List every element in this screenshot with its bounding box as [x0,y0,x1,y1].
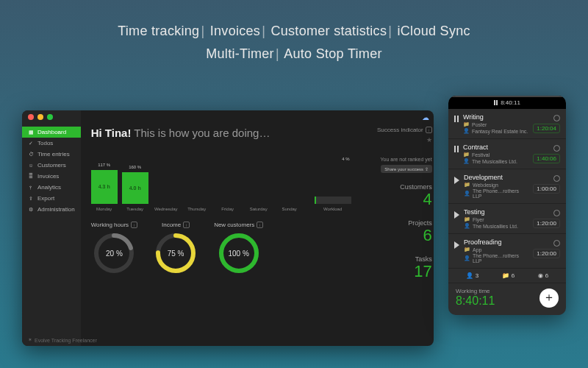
record-icon: ◉ [538,272,543,279]
play-button[interactable] [454,211,459,219]
select-circle-icon[interactable] [553,240,560,247]
timer-folder: Webdesign [473,183,498,188]
stat-value-projects: 6 [359,226,432,245]
timer-client: The Phone…rothers LLP [473,188,528,199]
timer-folder: Flyer [473,217,484,222]
timer-duration: 1:20:00 [533,219,560,228]
analytics-icon: ⫯ [28,185,34,191]
multi-timer-panel: 8:40:11 Writing 📁Poster 👤Fantasy Real Es… [448,96,566,315]
success-indicator-title: Success indicator i [359,127,432,133]
minimize-icon[interactable] [37,114,43,120]
folder-icon: 📁 [464,216,470,222]
timer-row[interactable]: Writing 📁Poster 👤Fantasy Real Estate Inc… [448,109,566,139]
info-icon[interactable]: i [426,127,432,133]
headline-row-1: Time tracking| Invoices| Customer statis… [0,24,588,39]
headline-row-2: Multi-Timer| Auto Stop Timer [0,46,588,62]
timer-folder: Festival [472,152,490,158]
app-brand: ✶ Evolve Tracking Freelancer [28,337,97,343]
sidebar-item-export[interactable]: ⇪Export [22,193,81,204]
cloud-sync-icon[interactable]: ☁ [422,113,429,121]
timer-client: Fantasy Real Estate Inc. [472,129,528,134]
timer-task-name: Testing [464,208,528,216]
sidebar-item-label: Customers [37,162,66,169]
sidebar-item-label: Invoices [37,173,59,180]
sidebar-item-analytics[interactable]: ⫯Analytics [22,182,81,193]
info-icon[interactable]: i [183,222,190,228]
zoom-icon[interactable] [47,114,53,120]
export-icon: ⇪ [28,196,34,202]
star-icon: ✶ [28,337,32,343]
ring-income: Incomei 75 % [155,222,196,274]
timer-folder: Poster [472,122,487,127]
timer-row[interactable]: Testing 📁Flyer 👤The Musicallies Ltd. 1:2… [448,204,566,234]
share-success-button[interactable]: Share your success ⇪ [381,165,431,173]
close-icon[interactable] [28,114,34,120]
timer-summary: 👤3 📁6 ◉6 [448,269,566,283]
timer-task-name: Development [464,174,528,181]
info-icon[interactable]: i [131,222,137,228]
person-icon: 👤 [463,128,470,134]
ring-new-customers: New customersi 100 % [214,222,263,274]
todos-icon: ✓ [28,141,34,146]
rank-star-icon: ★ [359,136,432,144]
sidebar-item-administration[interactable]: ⚙Administration [22,204,81,215]
timer-duration: 1:20:04 [533,124,560,133]
folder-icon: 📁 [502,272,509,279]
pause-button[interactable] [454,146,459,152]
sidebar-item-label: Analytics [37,184,61,191]
select-circle-icon[interactable] [553,145,560,152]
timer-header: 8:40:11 [448,96,566,109]
timer-task-name: Proofreading [464,238,528,246]
pause-icon [494,100,498,105]
play-button[interactable] [454,241,459,249]
timer-client: The Phone…rothers LLP [473,253,528,263]
rank-status: You are not ranked yet [359,157,432,162]
select-circle-icon[interactable] [553,115,560,121]
sidebar-item-label: Administration [37,206,75,213]
timer-duration: 1:20:00 [533,249,560,258]
working-time-label: Working time [456,288,495,294]
dashboard-window: ☁ ▦Dashboard✓Todos⏱Time entries☺Customer… [22,110,434,346]
sidebar-item-time-entries[interactable]: ⏱Time entries [22,149,81,160]
select-circle-icon[interactable] [553,175,560,182]
bar-monday: 117 %4.3 hMonday [91,163,118,211]
sidebar-item-label: Export [37,195,54,202]
select-circle-icon[interactable] [553,210,560,216]
invoices-icon: ≣ [28,174,34,180]
add-timer-button[interactable]: ＋ [539,289,559,308]
timer-row[interactable]: Proofreading 📁App 👤The Phone…rothers LLP… [448,234,566,269]
window-titlebar: ☁ [22,110,434,124]
workload-bar: 4 %Workload [315,164,351,211]
ring-working-hours: Working hoursi 20 % [91,222,137,274]
weekly-bar-chart: 117 %4.3 hMonday160 %4.0 hTuesdayWednesd… [91,152,351,211]
timer-row[interactable]: Contract 📁Festival 👤The Musicallies Ltd.… [448,139,566,169]
bar-sunday: Sunday [276,197,303,211]
timer-folder: App [473,247,481,252]
bar-tuesday: 160 %4.0 hTuesday [122,165,148,211]
person-icon: 👤 [464,223,470,229]
timer-client: The Musicallies Ltd. [472,159,517,164]
administration-icon: ⚙ [28,207,34,213]
timer-row[interactable]: Development 📁Webdesign 👤The Phone…rother… [448,169,566,204]
timer-duration: 1:40:06 [533,154,560,163]
bar-friday: Friday [215,197,241,211]
stat-value-customers: 4 [359,190,432,209]
progress-rings: Working hoursi 20 % Incomei 75 % New cus… [91,222,351,274]
pause-button[interactable] [454,116,459,122]
folder-icon: 📁 [463,121,470,127]
stat-value-tasks: 17 [359,262,432,281]
play-button[interactable] [454,177,459,184]
person-icon: 👤 [463,158,470,164]
sidebar-item-customers[interactable]: ☺Customers [22,160,81,171]
timer-duration: 1:00:00 [533,184,560,194]
bar-wednesday: Wednesday [153,197,179,211]
bar-saturday: Saturday [245,197,272,211]
info-icon[interactable]: i [257,222,263,228]
sidebar-item-todos[interactable]: ✓Todos [22,138,81,149]
person-icon: 👤 [464,255,470,261]
sidebar-item-invoices[interactable]: ≣Invoices [22,171,81,182]
greeting: Hi Tina! This is how you are doing… [91,127,351,139]
sidebar-item-dashboard[interactable]: ▦Dashboard [22,127,81,138]
sidebar-item-label: Todos [37,140,53,146]
folder-icon: 📁 [464,182,470,188]
